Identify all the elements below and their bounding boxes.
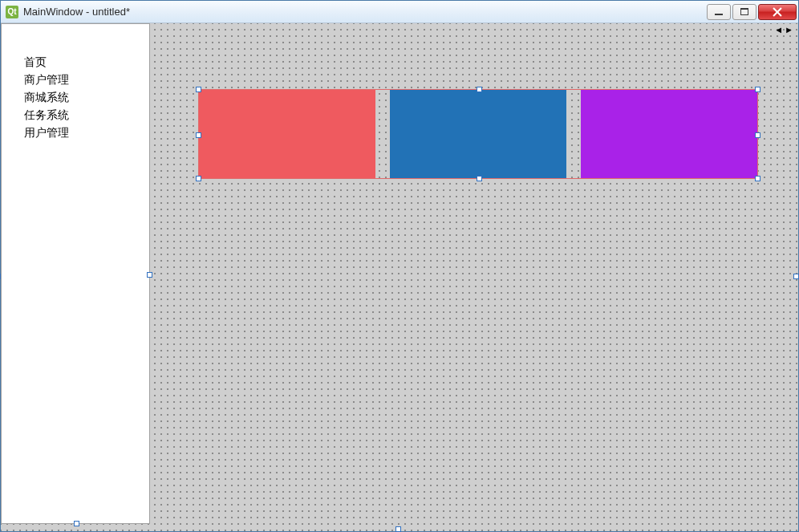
- purple-box[interactable]: [581, 90, 757, 178]
- tab-nav-arrows: ◄ ►: [774, 25, 793, 35]
- layout-handle-top[interactable]: [477, 87, 482, 92]
- horizontal-layout[interactable]: [198, 89, 758, 179]
- tree-item-mall[interactable]: 商城系统: [24, 88, 149, 106]
- canvas-handle-right[interactable]: [793, 274, 799, 279]
- maximize-button[interactable]: [732, 4, 756, 20]
- maximize-icon: [740, 8, 748, 15]
- minimize-button[interactable]: [707, 4, 731, 20]
- tree-item-task[interactable]: 任务系统: [24, 106, 149, 124]
- layout-handle-tl[interactable]: [196, 87, 201, 92]
- layout-handle-br[interactable]: [755, 176, 760, 181]
- sidebar-handle-right[interactable]: [147, 272, 152, 278]
- tree-item-user[interactable]: 用户管理: [24, 124, 149, 141]
- tab-nav-left-icon[interactable]: ◄: [774, 25, 783, 35]
- close-icon: [773, 7, 782, 17]
- tab-nav-right-icon[interactable]: ►: [785, 25, 793, 35]
- layout-handle-left[interactable]: [196, 132, 201, 138]
- layout-handle-bl[interactable]: [196, 176, 201, 181]
- window-controls: [707, 4, 797, 20]
- tree-list: 首页 商户管理 商城系统 任务系统 用户管理: [2, 24, 149, 141]
- close-button[interactable]: [758, 4, 797, 20]
- minimize-icon: [715, 14, 723, 15]
- layout-handle-right[interactable]: [755, 132, 760, 138]
- tree-item-home[interactable]: 首页: [24, 53, 149, 71]
- red-box[interactable]: [199, 90, 375, 178]
- layout-handle-bottom[interactable]: [477, 176, 482, 181]
- titlebar[interactable]: Qt MainWindow - untitled*: [1, 1, 798, 23]
- sidebar-handle-bottom[interactable]: [74, 521, 79, 526]
- tree-item-merchant[interactable]: 商户管理: [24, 71, 149, 88]
- main-window: Qt MainWindow - untitled* ◄ ► 首页 商户管理 商城…: [0, 0, 799, 532]
- canvas-handle-bottom[interactable]: [395, 526, 401, 532]
- qt-icon: Qt: [6, 6, 18, 18]
- window-title: MainWindow - untitled*: [23, 6, 707, 18]
- blue-box[interactable]: [390, 90, 566, 178]
- sidebar-tree-widget[interactable]: 首页 商户管理 商城系统 任务系统 用户管理: [1, 23, 150, 524]
- layout-spacer: [375, 90, 390, 178]
- layout-handle-tr[interactable]: [755, 87, 760, 92]
- layout-spacer: [566, 90, 581, 178]
- designer-canvas[interactable]: ◄ ► 首页 商户管理 商城系统 任务系统 用户管理: [1, 23, 798, 531]
